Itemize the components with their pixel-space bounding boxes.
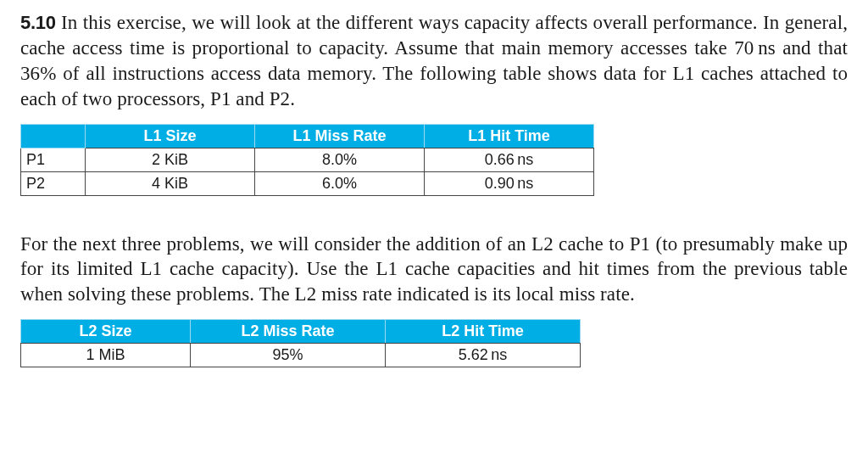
intro-paragraph: 5.10 In this exercise, we will look at t… [20,10,848,112]
l2-header-size: L2 Size [21,320,191,344]
l1-miss-rate-cell: 6.0% [255,171,425,195]
l1-hit-time-cell: 0.66 ns [425,148,594,171]
l1-header-size: L1 Size [86,124,255,148]
l2-miss-rate-cell: 95% [191,344,386,367]
l2-cache-table: L2 Size L2 Miss Rate L2 Hit Time 1 MiB 9… [20,319,581,367]
spacer [20,216,848,232]
l1-row-label: P2 [21,171,86,195]
l2-header-miss-rate: L2 Miss Rate [191,320,386,344]
l2-hit-time-cell: 5.62 ns [386,344,581,367]
l1-header-hit-time: L1 Hit Time [425,124,594,148]
textbook-exercise: 5.10 In this exercise, we will look at t… [0,0,868,396]
l1-size-cell: 4 KiB [86,171,255,195]
l2-header-hit-time: L2 Hit Time [386,320,581,344]
l2-table-head: L2 Size L2 Miss Rate L2 Hit Time [21,320,581,344]
exercise-number: 5.10 [20,12,56,33]
l1-size-cell: 2 KiB [86,148,255,171]
l2-paragraph: For the next three problems, we will con… [20,232,848,308]
l1-hit-time-cell: 0.90 ns [425,171,594,195]
table-row: 1 MiB 95% 5.62 ns [21,344,581,367]
l2-size-cell: 1 MiB [21,344,191,367]
l1-header-blank [21,124,86,148]
intro-text: In this exercise, we will look at the di… [20,12,848,109]
l1-row-label: P1 [21,148,86,171]
l1-cache-table: L1 Size L1 Miss Rate L1 Hit Time P1 2 Ki… [20,124,594,196]
l1-header-miss-rate: L1 Miss Rate [255,124,425,148]
table-row: P1 2 KiB 8.0% 0.66 ns [21,148,594,171]
l1-table-head: L1 Size L1 Miss Rate L1 Hit Time [21,124,594,148]
table-row: P2 4 KiB 6.0% 0.90 ns [21,171,594,195]
l1-miss-rate-cell: 8.0% [255,148,425,171]
